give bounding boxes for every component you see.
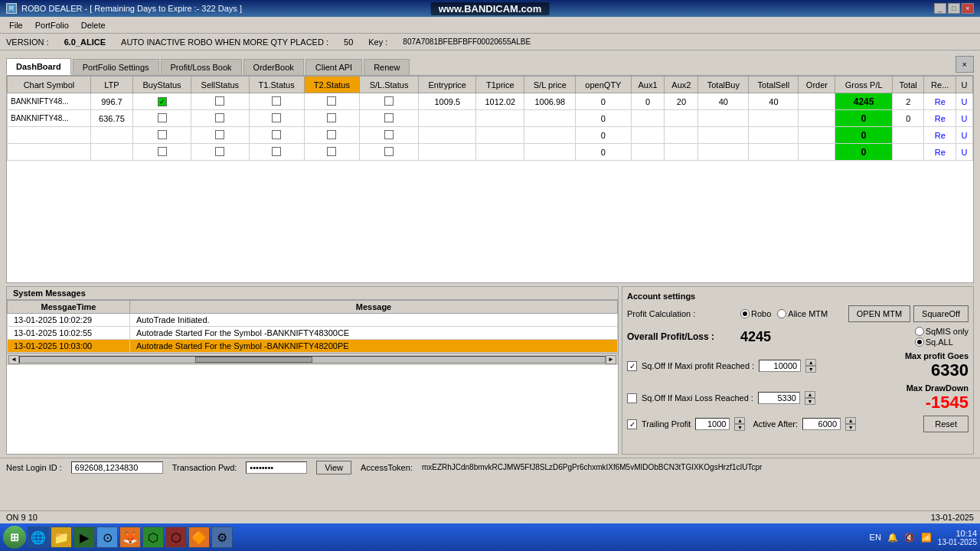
- cell-u[interactable]: U: [956, 93, 973, 110]
- checkbox-sell[interactable]: [215, 130, 224, 139]
- tab-close-button[interactable]: ×: [956, 56, 974, 73]
- checkbox-sl[interactable]: [384, 147, 394, 156]
- taskbar-icon-app1[interactable]: ⬡: [142, 527, 164, 548]
- menu-delete[interactable]: Delete: [75, 19, 112, 31]
- reset-button[interactable]: Reset: [923, 416, 969, 432]
- cell-sl-status[interactable]: [360, 127, 419, 144]
- checkbox-buy[interactable]: [158, 97, 167, 106]
- trailing-profit-spinner[interactable]: ▲ ▼: [734, 417, 745, 431]
- checkbox-t1[interactable]: [272, 147, 281, 156]
- taskbar-icon-vlc[interactable]: 🔶: [188, 527, 210, 548]
- active-after-spinner[interactable]: ▲ ▼: [845, 417, 856, 431]
- sq-off-loss-up[interactable]: ▲: [805, 391, 815, 398]
- sq-off-profit-spinner[interactable]: ▲ ▼: [805, 359, 816, 373]
- cell-sl-status[interactable]: [360, 93, 419, 110]
- checkbox-buy[interactable]: [158, 113, 167, 122]
- view-button[interactable]: View: [316, 461, 351, 474]
- taskbar-icon-app2[interactable]: ⬡: [165, 527, 187, 548]
- menu-portfolio[interactable]: PortFolio: [29, 19, 75, 31]
- cell-t1-status[interactable]: [249, 127, 304, 144]
- tab-orderbook[interactable]: OrderBook: [243, 59, 304, 75]
- sq-off-profit-down[interactable]: ▼: [805, 366, 816, 373]
- checkbox-sell[interactable]: [215, 147, 224, 156]
- sq-off-profit-checkbox[interactable]: [627, 361, 637, 371]
- cell-u[interactable]: U: [956, 127, 973, 144]
- tab-renew[interactable]: Renew: [364, 59, 410, 75]
- sqall-radio-button[interactable]: [915, 337, 924, 347]
- cell-buy-status[interactable]: [132, 127, 191, 144]
- horizontal-scrollbar[interactable]: ◄ ►: [7, 353, 618, 365]
- checkbox-t2[interactable]: [327, 96, 336, 106]
- radio-robo-button[interactable]: [740, 309, 750, 318]
- sqall-radio[interactable]: Sq.ALL: [915, 337, 969, 347]
- cell-re[interactable]: Re: [924, 127, 956, 144]
- nest-login-input[interactable]: [71, 461, 163, 474]
- cell-re[interactable]: Re: [924, 144, 956, 161]
- cell-re[interactable]: Re: [924, 93, 956, 110]
- checkbox-buy[interactable]: [158, 147, 167, 156]
- cell-t2-status[interactable]: [304, 144, 359, 161]
- tab-profit-loss[interactable]: Profit/Loss Book: [161, 59, 242, 75]
- checkbox-t2[interactable]: [327, 147, 336, 156]
- cell-t2-status[interactable]: [304, 110, 359, 127]
- maximize-button[interactable]: □: [948, 3, 960, 14]
- sqmis-radio-button[interactable]: [915, 327, 924, 336]
- tab-client-api[interactable]: Client API: [305, 59, 362, 75]
- cell-u[interactable]: U: [956, 144, 973, 161]
- sq-off-loss-down[interactable]: ▼: [805, 398, 815, 405]
- cell-buy-status[interactable]: [132, 144, 191, 161]
- taskbar-icon-ie[interactable]: 🌐: [28, 527, 49, 548]
- checkbox-t1[interactable]: [272, 113, 281, 122]
- taskbar-icon-chrome[interactable]: ⊙: [96, 527, 118, 548]
- checkbox-sell[interactable]: [215, 113, 224, 122]
- checkbox-t1[interactable]: [272, 96, 281, 106]
- cell-sell-status[interactable]: [191, 127, 249, 144]
- cell-sl-status[interactable]: [360, 144, 419, 161]
- checkbox-sell[interactable]: [215, 96, 224, 106]
- tab-portfolio-settings[interactable]: PortFolio Settings: [73, 59, 159, 75]
- transaction-pwd-input[interactable]: [246, 461, 307, 474]
- cell-u[interactable]: U: [956, 110, 973, 127]
- radio-robo[interactable]: Robo: [740, 309, 771, 318]
- checkbox-sl[interactable]: [384, 130, 394, 139]
- checkbox-t1[interactable]: [272, 130, 281, 139]
- cell-t1-status[interactable]: [249, 110, 304, 127]
- cell-t1-status[interactable]: [249, 144, 304, 161]
- start-button[interactable]: ⊞: [3, 526, 26, 549]
- sqmis-only-radio[interactable]: SqMIS only: [915, 327, 969, 336]
- close-button[interactable]: ×: [962, 3, 974, 14]
- taskbar-icon-folder[interactable]: 📁: [51, 527, 72, 548]
- cell-t1-status[interactable]: [249, 93, 304, 110]
- cell-sell-status[interactable]: [191, 144, 249, 161]
- cell-sl-status[interactable]: [360, 110, 419, 127]
- sq-off-loss-spinner[interactable]: ▲ ▼: [805, 391, 815, 405]
- checkbox-sl[interactable]: [384, 96, 394, 106]
- trailing-profit-up[interactable]: ▲: [734, 417, 745, 424]
- square-off-button[interactable]: SquareOff: [913, 305, 969, 322]
- scroll-thumb[interactable]: [195, 357, 312, 363]
- trailing-profit-down[interactable]: ▼: [734, 424, 745, 431]
- open-mtm-button[interactable]: OPEN MTM: [848, 305, 910, 322]
- radio-alice-button[interactable]: [777, 309, 786, 318]
- taskbar-icon-app3[interactable]: ⚙: [211, 527, 233, 548]
- scroll-left-button[interactable]: ◄: [8, 355, 19, 364]
- sq-off-profit-input[interactable]: [759, 360, 801, 372]
- trailing-profit-checkbox[interactable]: [627, 419, 637, 429]
- scroll-track[interactable]: [19, 356, 606, 364]
- checkbox-buy[interactable]: [158, 130, 167, 139]
- radio-alice-mtm[interactable]: Alice MTM: [777, 309, 828, 318]
- checkbox-t2[interactable]: [327, 130, 336, 139]
- tab-dashboard[interactable]: DashBoard: [6, 58, 71, 75]
- checkbox-sl[interactable]: [384, 113, 394, 122]
- active-after-up[interactable]: ▲: [845, 417, 856, 424]
- cell-buy-status[interactable]: [132, 93, 191, 110]
- cell-sell-status[interactable]: [191, 110, 249, 127]
- cell-buy-status[interactable]: [132, 110, 191, 127]
- sq-off-loss-checkbox[interactable]: [627, 393, 637, 403]
- trailing-profit-input[interactable]: [695, 418, 730, 430]
- active-after-down[interactable]: ▼: [845, 424, 856, 431]
- checkbox-t2[interactable]: [327, 113, 336, 122]
- menu-file[interactable]: File: [3, 19, 29, 31]
- sq-off-loss-input[interactable]: [758, 392, 800, 404]
- minimize-button[interactable]: _: [934, 3, 946, 14]
